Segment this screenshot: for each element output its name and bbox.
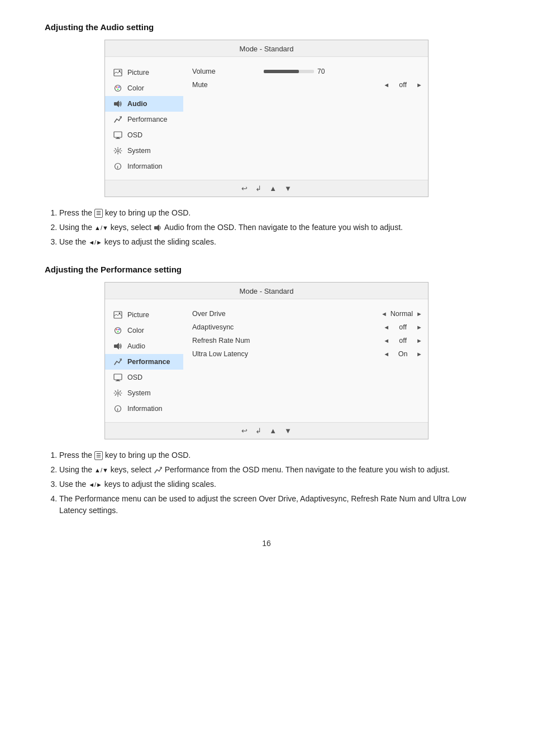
ultralowlatency-value: On <box>393 350 413 358</box>
osd-performance-footer: ↩ ↲ ▲ ▼ <box>105 422 428 439</box>
menu-item-system[interactable]: System <box>105 143 183 159</box>
mute-label: Mute <box>192 81 259 89</box>
menu2-item-audio[interactable]: Audio <box>105 338 183 354</box>
osd-performance-box: Mode - Standard Picture Color <box>104 282 429 439</box>
adaptivesync-control: ◄ off ► <box>383 323 422 331</box>
svg-point-16 <box>115 328 121 334</box>
menu-label-picture: Picture <box>127 69 149 76</box>
svg-text:i: i <box>117 165 118 170</box>
footer-icon-back[interactable]: ↩ <box>241 184 248 193</box>
refreshratenum-arrow-left[interactable]: ◄ <box>383 337 389 344</box>
svg-point-10 <box>117 150 119 152</box>
adaptivesync-label: Adaptivesync <box>192 323 259 331</box>
menu2-label-system: System <box>127 389 151 397</box>
overdrive-arrow-right[interactable]: ► <box>416 310 422 317</box>
osd-audio-menu: Picture Color Audio <box>105 63 183 176</box>
menu2-label-information: Information <box>127 405 163 413</box>
adaptivesync-arrow-left[interactable]: ◄ <box>383 324 389 331</box>
overdrive-arrow-left[interactable]: ◄ <box>381 310 387 317</box>
footer2-icon-up[interactable]: ▲ <box>269 427 277 435</box>
ultralowlatency-arrow-left[interactable]: ◄ <box>383 351 389 357</box>
adaptivesync-arrow-right[interactable]: ► <box>416 324 422 331</box>
osd-audio-header: Mode - Standard <box>105 40 428 57</box>
perf-step-1: Press the ☰ key to bring up the OSD. <box>59 449 488 461</box>
section-performance-title: Adjusting the Performance setting <box>45 265 488 274</box>
mute-arrow-left[interactable]: ◄ <box>383 82 389 88</box>
menu2-item-performance[interactable]: Performance <box>105 354 183 370</box>
refreshratenum-arrow-right[interactable]: ► <box>416 337 422 344</box>
svg-point-3 <box>116 87 118 88</box>
menu-item-information[interactable]: i Information <box>105 159 183 174</box>
performance-instructions: Press the ☰ key to bring up the OSD. Usi… <box>45 449 488 516</box>
osd-row-ultralowlatency: Ultra Low Latency ◄ On ► <box>192 347 422 361</box>
menu-item-picture[interactable]: Picture <box>105 65 183 80</box>
osd-icon <box>113 130 123 140</box>
lr-arrows-1: ◄/► <box>88 239 102 246</box>
section-performance: Adjusting the Performance setting Mode -… <box>45 265 488 516</box>
up-down-arrows-2: ▲/▼ <box>94 467 108 473</box>
menu2-item-system[interactable]: System <box>105 385 183 401</box>
perf-step-4: The Performance menu can be used to adju… <box>59 493 488 516</box>
volume-value: 70 <box>317 68 329 75</box>
svg-rect-7 <box>114 132 122 137</box>
audio-step-1: Press the ☰ key to bring up the OSD. <box>59 207 488 219</box>
osd-performance-header: Mode - Standard <box>105 283 428 299</box>
menu-label-audio: Audio <box>127 100 147 108</box>
perf-step-3: Use the ◄/► keys to adjust the sliding s… <box>59 479 488 490</box>
footer-icon-up[interactable]: ▲ <box>269 184 277 193</box>
osd-audio-body: Picture Color Audio <box>105 57 428 180</box>
menu-item-osd[interactable]: OSD <box>105 127 183 143</box>
footer-icon-down[interactable]: ▼ <box>284 184 292 193</box>
footer2-icon-down[interactable]: ▼ <box>284 427 292 435</box>
svg-point-24 <box>117 392 119 394</box>
osd-performance-body: Picture Color Audio <box>105 299 428 422</box>
menu2-label-color: Color <box>127 327 144 334</box>
system-icon <box>113 146 123 156</box>
menu-item-color[interactable]: Color <box>105 80 183 96</box>
color-icon <box>113 83 123 93</box>
picture-icon-2 <box>113 310 123 320</box>
footer2-icon-enter[interactable]: ↲ <box>255 427 261 435</box>
refreshratenum-control: ◄ off ► <box>383 337 422 344</box>
picture-icon <box>113 68 123 78</box>
svg-rect-21 <box>114 374 122 380</box>
svg-rect-20 <box>114 344 117 348</box>
mute-arrow-right[interactable]: ► <box>416 82 422 88</box>
menu2-item-color[interactable]: Color <box>105 323 183 338</box>
menu-item-audio[interactable]: Audio <box>105 96 183 112</box>
osd-row-volume: Volume 70 <box>192 65 422 78</box>
menu2-item-osd[interactable]: OSD <box>105 370 183 385</box>
audio-step-2: Using the ▲/▼ keys, select Audio from th… <box>59 222 488 233</box>
osd-audio-box: Mode - Standard Picture Color <box>104 40 429 197</box>
mute-value: off <box>393 81 413 89</box>
menu-label-information: Information <box>127 162 163 170</box>
refreshratenum-label: Refresh Rate Num <box>192 337 259 344</box>
svg-point-5 <box>117 89 119 90</box>
overdrive-value: Normal <box>391 310 413 318</box>
menu2-item-information[interactable]: i Information <box>105 401 183 417</box>
menu2-label-picture: Picture <box>127 311 149 319</box>
osd-audio-footer: ↩ ↲ ▲ ▼ <box>105 180 428 197</box>
menu-item-performance[interactable]: Performance <box>105 112 183 127</box>
svg-point-2 <box>115 85 121 92</box>
menu2-item-picture[interactable]: Picture <box>105 307 183 323</box>
ultralowlatency-arrow-right[interactable]: ► <box>416 351 422 357</box>
svg-point-1 <box>119 70 121 72</box>
footer-icon-enter[interactable]: ↲ <box>255 184 261 193</box>
performance-icon <box>113 114 123 125</box>
menu-label-performance: Performance <box>127 116 168 123</box>
svg-point-17 <box>116 329 118 331</box>
volume-bar <box>264 70 314 73</box>
performance-menu-icon-inline <box>154 465 165 474</box>
menu2-label-osd: OSD <box>127 374 142 381</box>
audio-icon-2 <box>113 341 123 351</box>
page-number: 16 <box>45 539 488 548</box>
menu-label-system: System <box>127 147 151 155</box>
menu-key-icon: ☰ <box>94 209 103 218</box>
osd-row-mute: Mute ◄ off ► <box>192 78 422 92</box>
volume-label: Volume <box>192 68 259 75</box>
ultralowlatency-control: ◄ On ► <box>383 350 422 358</box>
section-audio: Adjusting the Audio setting Mode - Stand… <box>45 22 488 248</box>
section-audio-title: Adjusting the Audio setting <box>45 22 488 32</box>
footer2-icon-back[interactable]: ↩ <box>241 427 248 435</box>
